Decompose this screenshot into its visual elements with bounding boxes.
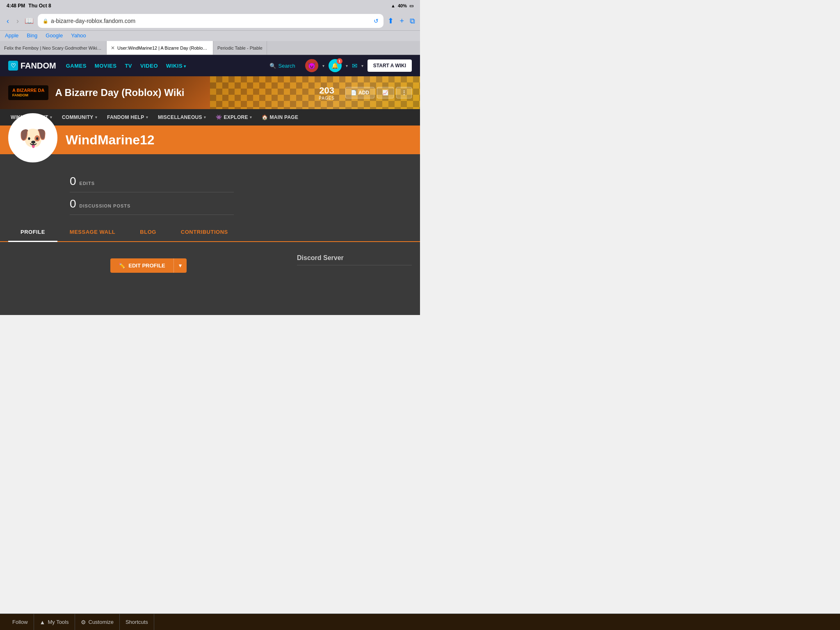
- chart-icon: 📈: [382, 90, 388, 96]
- forward-button[interactable]: ›: [15, 16, 21, 26]
- explore-arrow: ▾: [250, 115, 252, 119]
- pencil-icon: ✏️: [119, 262, 125, 269]
- fandom-search[interactable]: 🔍 Search: [269, 63, 295, 69]
- nav-video[interactable]: VIDEO: [140, 63, 158, 69]
- user-avatar[interactable]: 😈: [305, 59, 318, 72]
- profile-avatar: 🐶: [8, 113, 57, 162]
- wiki-banner: A BIZARRE DA FANDOM A Bizarre Day (Roblo…: [0, 76, 420, 109]
- wiki-nav-community[interactable]: COMMUNITY ▾: [58, 109, 101, 126]
- edits-stat: 0 EDITS: [70, 175, 234, 192]
- wiki-chart-button[interactable]: 📈: [377, 87, 394, 98]
- wiki-nav: WIKI CONTENT ▾ COMMUNITY ▾ FANDOM HELP ▾…: [0, 109, 420, 126]
- start-wiki-button[interactable]: START A WIKI: [368, 59, 412, 72]
- search-icon: 🔍: [269, 63, 276, 69]
- profile-sidebar: Discord Server: [297, 250, 412, 315]
- status-left: 4:48 PM Thu Oct 8: [7, 3, 51, 9]
- wiki-nav-miscellaneous[interactable]: MISCELLANEOUS ▾: [154, 109, 210, 126]
- discussion-stat: 0 DISCUSSION POSTS: [70, 197, 234, 215]
- profile-section: WindMarine12 🐶 0 EDITS 0 DISCUSSION POST…: [0, 126, 420, 223]
- tab-blog[interactable]: BLOG: [128, 223, 169, 241]
- wiki-nav-mainpage[interactable]: 🏠 MAIN PAGE: [258, 109, 302, 126]
- nav-wikis[interactable]: WIKIS: [166, 63, 186, 69]
- tab-message-wall[interactable]: MESSAGE WALL: [57, 223, 128, 241]
- notif-arrow[interactable]: ▾: [346, 64, 348, 68]
- fandom-nav: GAMES MOVIES TV VIDEO WIKIS: [66, 63, 186, 69]
- profile-content: ✏️ EDIT PROFILE ▾ Discord Server: [0, 242, 420, 315]
- mail-icon[interactable]: ✉: [352, 62, 357, 70]
- tab-periodic[interactable]: Periodic Table - Ptable: [213, 41, 267, 55]
- wiki-nav-explore[interactable]: 👾 EXPLORE ▾: [212, 109, 256, 126]
- wiki-more-button[interactable]: ⋮: [396, 87, 412, 98]
- wiki-stats: 203 PAGES: [319, 85, 335, 100]
- add-icon: 📄: [351, 90, 357, 96]
- edits-count: 0: [70, 175, 76, 188]
- profile-name: WindMarine12: [66, 132, 155, 148]
- tab-felix[interactable]: Felix the Femboy | Neo Scary Godmother W…: [0, 41, 107, 55]
- back-button[interactable]: ‹: [5, 16, 11, 26]
- edit-profile-dropdown[interactable]: ▾: [173, 258, 187, 273]
- bookmark-google[interactable]: Google: [46, 32, 63, 39]
- wiki-actions: 📄 ADD 📈 ⋮: [345, 87, 412, 98]
- tab-profile[interactable]: PROFILE: [8, 223, 57, 242]
- nav-movies[interactable]: MOVIES: [95, 63, 117, 69]
- edit-profile-button[interactable]: ✏️ EDIT PROFILE: [110, 258, 173, 273]
- battery: 40%: [398, 3, 407, 8]
- lock-icon: 🔒: [43, 18, 48, 24]
- notification-badge: 1: [337, 58, 342, 64]
- browser-actions: ⬆ + ⧉: [388, 16, 415, 25]
- bookmarks-button[interactable]: 📖: [25, 16, 34, 25]
- tab-contributions[interactable]: CONTRIBUTIONS: [169, 223, 240, 241]
- refresh-button[interactable]: ↺: [374, 18, 379, 24]
- avatar-arrow[interactable]: ▾: [322, 64, 324, 68]
- fandom-header: ♡ FANDOM GAMES MOVIES TV VIDEO WIKIS 🔍 S…: [0, 55, 420, 76]
- fandom-actions: 😈 ▾ 🔔 1 ▾ ✉ ▾ START A WIKI: [305, 59, 412, 72]
- edits-label: EDITS: [80, 181, 95, 186]
- mail-arrow[interactable]: ▾: [361, 64, 363, 68]
- nav-tv[interactable]: TV: [125, 63, 132, 69]
- profile-main: ✏️ EDIT PROFILE ▾: [8, 250, 289, 315]
- day: Thu Oct 8: [28, 3, 51, 9]
- community-arrow: ▾: [95, 115, 97, 119]
- url-bar[interactable]: 🔒 a-bizarre-day-roblox.fandom.com ↺: [38, 14, 383, 28]
- nav-games[interactable]: GAMES: [66, 63, 87, 69]
- fandom-logo: ♡ FANDOM: [8, 61, 56, 71]
- discussion-count: 0: [70, 197, 76, 210]
- wifi-icon: ▲: [391, 3, 395, 8]
- tabs-bar: Felix the Femboy | Neo Scary Godmother W…: [0, 41, 420, 55]
- tab-close-icon[interactable]: ✕: [111, 45, 115, 51]
- status-bar: 4:48 PM Thu Oct 8 ▲ 40% ▭: [0, 0, 420, 11]
- notification-button[interactable]: 🔔 1: [329, 59, 342, 72]
- fandomhelp-arrow: ▾: [146, 115, 148, 119]
- profile-body: 0 EDITS 0 DISCUSSION POSTS: [0, 154, 420, 223]
- time: 4:48 PM: [7, 3, 25, 9]
- discussion-label: DISCUSSION POSTS: [80, 203, 131, 208]
- url-text: a-bizarre-day-roblox.fandom.com: [51, 18, 135, 24]
- browser-chrome: ‹ › 📖 🔒 a-bizarre-day-roblox.fandom.com …: [0, 11, 420, 30]
- misc-arrow: ▾: [204, 115, 206, 119]
- wiki-logo: A BIZARRE DA FANDOM: [8, 85, 48, 100]
- tab-windmarine[interactable]: ✕ User:WindMarine12 | A Bizarre Day (Rob…: [107, 41, 213, 55]
- add-button[interactable]: 📄 ADD: [345, 87, 374, 98]
- edit-profile-area: ✏️ EDIT PROFILE ▾: [8, 250, 289, 281]
- profile-tabs: PROFILE MESSAGE WALL BLOG CONTRIBUTIONS: [0, 223, 420, 242]
- profile-stats: 0 EDITS 0 DISCUSSION POSTS: [70, 175, 412, 215]
- battery-icon: ▭: [409, 3, 413, 9]
- bookmark-yahoo[interactable]: Yahoo: [71, 32, 86, 39]
- discord-title: Discord Server: [297, 254, 412, 265]
- wiki-title: A Bizarre Day (Roblox) Wiki: [55, 87, 184, 98]
- wiki-nav-fandomhelp[interactable]: FANDOM HELP ▾: [103, 109, 152, 126]
- bookmarks-bar: Apple Bing Google Yahoo: [0, 30, 420, 41]
- bookmark-apple[interactable]: Apple: [5, 32, 18, 39]
- discord-section: Discord Server: [297, 250, 412, 269]
- bookmark-bing[interactable]: Bing: [27, 32, 37, 39]
- profile-avatar-wrapper: 🐶: [8, 113, 57, 162]
- share-button[interactable]: ⬆: [388, 16, 394, 25]
- status-right: ▲ 40% ▭: [391, 3, 413, 9]
- profile-header: WindMarine12: [0, 126, 420, 154]
- new-tab-button[interactable]: +: [399, 17, 404, 25]
- tabs-button[interactable]: ⧉: [410, 17, 415, 25]
- fandom-logo-icon: ♡: [8, 61, 18, 71]
- pug-emoji: 🐶: [19, 127, 47, 149]
